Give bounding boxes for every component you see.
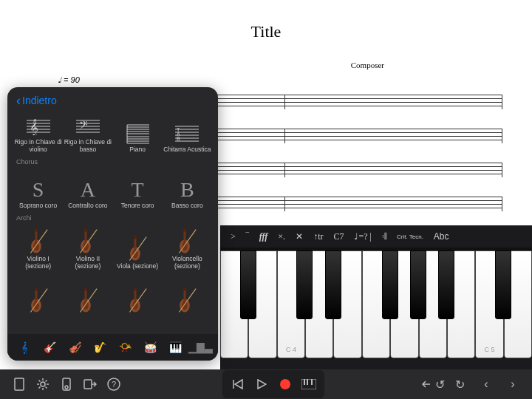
violin-icon <box>75 226 101 254</box>
tempo-button[interactable]: ♩=? | <box>354 231 372 242</box>
accent-button[interactable]: > <box>231 231 236 242</box>
popover-category-tabs: 𝄞 🎸 🎻 🎷 📯 🥁 🎹 ▁▇▃ <box>7 334 218 361</box>
tab-icon: TAB <box>174 123 200 145</box>
text-button[interactable]: Abc <box>434 231 449 242</box>
prev-button[interactable]: ‹ <box>474 372 498 396</box>
transport-controls <box>222 370 324 398</box>
svg-point-34 <box>65 386 68 389</box>
technique-button[interactable]: Crit. Tecn. <box>397 233 423 240</box>
svg-rect-40 <box>307 379 308 385</box>
instrument-string[interactable] <box>113 267 163 315</box>
violin-icon <box>124 285 151 313</box>
section-strings: Archi <box>7 210 218 223</box>
dynamics-button[interactable]: fff <box>259 231 268 242</box>
instrument-bass-staff[interactable]: 𝄢 Rigo in Chiave di basso <box>63 111 112 154</box>
marcato-button[interactable]: ‾ <box>246 231 249 242</box>
keyboard-toggle-button[interactable] <box>299 372 318 396</box>
violin-icon <box>75 285 101 313</box>
svg-rect-35 <box>84 380 92 389</box>
ornament-button[interactable]: ↑tr <box>313 231 323 242</box>
svg-text:𝄞: 𝄞 <box>30 119 38 135</box>
play-button[interactable] <box>252 372 271 396</box>
black-key[interactable] <box>410 250 426 319</box>
violin-icon <box>174 285 200 313</box>
category-strings[interactable]: 🎻 <box>66 339 83 355</box>
record-icon <box>280 379 290 389</box>
violin-icon <box>124 233 151 262</box>
document-button[interactable] <box>7 372 31 396</box>
violin-icon <box>25 226 52 254</box>
barline-button[interactable]: 𝄇 <box>382 231 386 242</box>
score-title: Title <box>0 22 532 41</box>
audio-button[interactable] <box>55 372 78 396</box>
undo-button[interactable]: ↺ <box>421 372 445 396</box>
bass-clef-icon: 𝄢 <box>75 115 101 137</box>
instrument-piano[interactable]: Piano <box>113 111 163 154</box>
instrument-violin-2[interactable]: Violino II (sezione) <box>63 223 112 270</box>
svg-rect-41 <box>311 379 313 385</box>
piano-staff-icon <box>124 123 151 145</box>
chord-button[interactable]: C7 <box>333 231 344 242</box>
instrument-string[interactable] <box>63 267 112 315</box>
black-key[interactable] <box>296 250 313 319</box>
category-brass[interactable]: 📯 <box>117 339 134 355</box>
settings-button[interactable] <box>31 372 55 396</box>
instrument-violin-1[interactable]: Violino I (sezione) <box>13 223 63 270</box>
tempo-marking: ♩ = 90 <box>58 75 80 85</box>
treble-clef-icon: 𝄞 <box>25 115 52 137</box>
instrument-bass-voice[interactable]: BBasso coro <box>163 167 212 210</box>
instrument-guitar-tab[interactable]: TAB Chitarra Acustica <box>163 111 212 154</box>
category-clefs[interactable]: 𝄞 <box>16 339 33 355</box>
svg-text:𝄢: 𝄢 <box>79 119 88 134</box>
keyboard-panel: > ‾ fff ×. ✕ ↑tr C7 ♩=? | 𝄇 Crit. Tecn. … <box>220 225 532 369</box>
violin-icon <box>25 285 52 313</box>
instrument-popover: ‹ Indietro 𝄞 Rigo in Chiave di violino 𝄢… <box>7 87 218 361</box>
key-label-c4: C 4 <box>278 346 304 353</box>
instrument-soprano[interactable]: SSoprano coro <box>13 167 63 210</box>
symbol-toolbar: > ‾ fff ×. ✕ ↑tr C7 ♩=? | 𝄇 Crit. Tecn. … <box>220 225 532 248</box>
violin-icon <box>174 226 200 254</box>
category-synth[interactable]: ▁▇▃ <box>193 339 209 355</box>
bottom-toolbar: ? ↺ ↻ ‹ › <box>0 369 532 399</box>
svg-rect-39 <box>304 379 305 385</box>
export-button[interactable] <box>78 372 102 396</box>
instrument-string[interactable] <box>13 267 63 315</box>
black-key[interactable] <box>495 250 511 319</box>
next-button[interactable]: › <box>501 372 525 396</box>
rewind-button[interactable] <box>228 372 248 396</box>
black-key[interactable] <box>240 250 256 319</box>
category-percussion[interactable]: 🥁 <box>143 339 159 355</box>
instrument-treble-staff[interactable]: 𝄞 Rigo in Chiave di violino <box>13 111 63 154</box>
instrument-alto[interactable]: AContralto coro <box>63 167 112 210</box>
back-label: Indietro <box>22 95 57 106</box>
notehead-button[interactable]: ✕ <box>296 231 303 242</box>
black-key[interactable] <box>382 250 398 319</box>
record-button[interactable] <box>276 372 295 396</box>
svg-rect-31 <box>15 378 24 390</box>
help-button[interactable]: ? <box>102 372 126 396</box>
composer-label: Composer <box>351 61 384 69</box>
category-woodwind[interactable]: 🎷 <box>92 339 108 355</box>
category-guitar[interactable]: 🎸 <box>41 339 58 355</box>
svg-text:?: ? <box>112 380 116 389</box>
black-key[interactable] <box>325 250 341 319</box>
instrument-string[interactable] <box>163 267 212 315</box>
articulation-button[interactable]: ×. <box>278 231 285 242</box>
instrument-cello[interactable]: Violoncello (sezione) <box>163 223 212 270</box>
section-chorus: Chorus <box>7 154 218 167</box>
redo-button[interactable]: ↻ <box>448 372 471 396</box>
black-key[interactable] <box>438 250 454 319</box>
back-button[interactable]: ‹ Indietro <box>16 95 57 106</box>
svg-point-32 <box>41 382 45 386</box>
piano-keyboard[interactable]: C 4 C 5 <box>220 248 532 358</box>
key-label-c5: C 5 <box>476 346 502 353</box>
svg-text:B: B <box>177 136 180 141</box>
instrument-tenor[interactable]: TTenore coro <box>113 167 163 210</box>
instrument-viola[interactable]: Viola (sezione) <box>113 223 163 270</box>
category-keyboard[interactable]: 🎹 <box>168 339 184 355</box>
